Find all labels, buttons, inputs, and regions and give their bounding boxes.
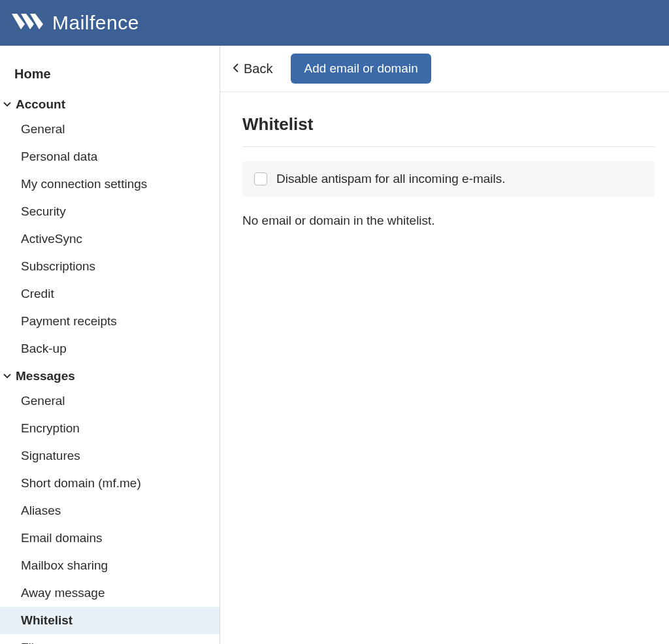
layout: Home Account General Personal data My co…: [0, 46, 669, 644]
sidebar-item-subscriptions[interactable]: Subscriptions: [0, 253, 220, 280]
sidebar-item-signatures[interactable]: Signatures: [0, 442, 220, 470]
sidebar-item-filters[interactable]: Filters: [0, 634, 220, 644]
content-pane: Back Add email or domain Whitelist Disab…: [220, 46, 669, 644]
main-panel: Whitelist Disable antispam for all incom…: [220, 92, 669, 228]
brand-logo[interactable]: Mailfence: [12, 11, 139, 35]
chevron-down-icon: [3, 97, 12, 112]
disable-antispam-row: Disable antispam for all incoming e-mail…: [242, 161, 655, 197]
app-header: Mailfence: [0, 0, 669, 46]
sidebar-item-credit[interactable]: Credit: [0, 280, 220, 308]
settings-sidebar: Home Account General Personal data My co…: [0, 46, 220, 644]
chevron-left-icon: [232, 61, 240, 76]
sidebar-account-items: General Personal data My connection sett…: [0, 116, 220, 362]
sidebar-item-mailbox-sharing[interactable]: Mailbox sharing: [0, 552, 220, 579]
back-label: Back: [244, 61, 272, 76]
sidebar-item-short-domain[interactable]: Short domain (mf.me): [0, 470, 220, 497]
sidebar-section-title: Messages: [16, 369, 75, 383]
sidebar-item-personal-data[interactable]: Personal data: [0, 143, 220, 170]
sidebar-item-aliases[interactable]: Aliases: [0, 497, 220, 524]
sidebar-item-whitelist[interactable]: Whitelist: [0, 607, 220, 634]
sidebar-item-away-message[interactable]: Away message: [0, 579, 220, 607]
add-email-or-domain-button[interactable]: Add email or domain: [291, 54, 431, 84]
disable-antispam-label: Disable antispam for all incoming e-mail…: [276, 172, 506, 186]
sidebar-section-messages[interactable]: Messages: [0, 362, 220, 387]
disable-antispam-checkbox[interactable]: [254, 172, 267, 185]
sidebar-section-account[interactable]: Account: [0, 91, 220, 116]
sidebar-messages-items: General Encryption Signatures Short doma…: [0, 387, 220, 644]
sidebar-item-encryption[interactable]: Encryption: [0, 415, 220, 442]
page-toolbar: Back Add email or domain: [220, 46, 669, 92]
sidebar-item-payment-receipts[interactable]: Payment receipts: [0, 308, 220, 335]
sidebar-section-title: Account: [16, 97, 65, 112]
sidebar-item-security[interactable]: Security: [0, 198, 220, 225]
divider: [242, 146, 655, 147]
sidebar-item-general[interactable]: General: [0, 116, 220, 143]
back-link[interactable]: Back: [232, 61, 272, 76]
page-title: Whitelist: [242, 114, 655, 135]
logo-mark-icon: [12, 11, 46, 35]
sidebar-item-email-domains[interactable]: Email domains: [0, 524, 220, 552]
sidebar-item-backup[interactable]: Back-up: [0, 335, 220, 362]
sidebar-item-connection-settings[interactable]: My connection settings: [0, 170, 220, 198]
whitelist-empty-state: No email or domain in the whitelist.: [242, 214, 655, 228]
brand-name: Mailfence: [52, 12, 139, 34]
chevron-down-icon: [3, 369, 12, 383]
sidebar-item-activesync[interactable]: ActiveSync: [0, 225, 220, 253]
sidebar-home[interactable]: Home: [0, 57, 220, 91]
sidebar-item-messages-general[interactable]: General: [0, 387, 220, 415]
